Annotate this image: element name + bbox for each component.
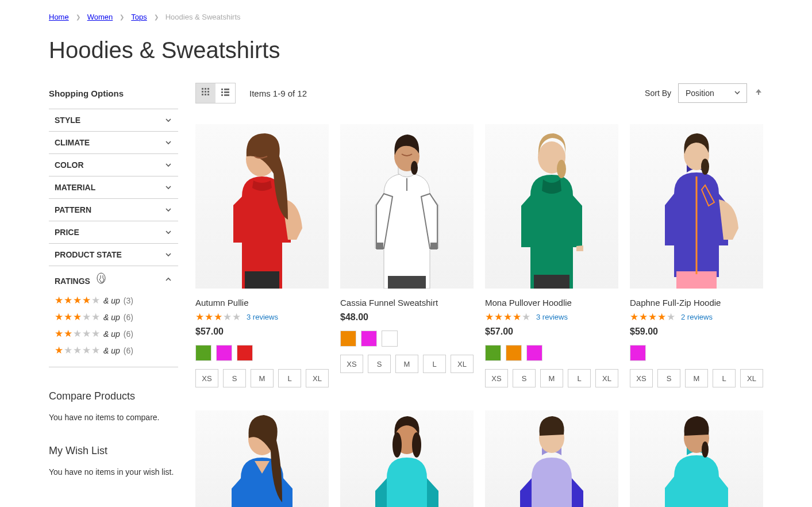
product-name-link[interactable]: Mona Pullover Hoodlie — [485, 298, 572, 308]
size-swatch[interactable]: L — [278, 369, 301, 387]
product-card — [340, 410, 474, 507]
product-price: $57.00 — [195, 327, 329, 337]
reviews-link[interactable]: 2 reviews — [681, 313, 713, 321]
svg-rect-20 — [388, 276, 426, 289]
breadcrumb-tops[interactable]: Tops — [131, 13, 147, 21]
filter-material[interactable]: MATERIAL — [49, 176, 178, 198]
size-swatch[interactable]: S — [368, 355, 391, 373]
size-swatch[interactable]: XS — [630, 369, 653, 387]
reviews-link[interactable]: 3 reviews — [536, 313, 568, 321]
size-swatch[interactable]: XS — [340, 355, 363, 373]
svg-rect-5 — [205, 91, 206, 93]
product-name-link[interactable]: Daphne Full-Zip Hoodie — [630, 298, 721, 308]
product-card: Daphne Full-Zip Hoodie ★★★★★ 2 reviews $… — [630, 124, 763, 387]
size-swatch[interactable]: M — [251, 369, 274, 387]
size-swatch[interactable]: XL — [740, 369, 763, 387]
size-swatch[interactable]: XS — [195, 369, 218, 387]
breadcrumb-home[interactable]: Home — [49, 13, 69, 21]
size-swatch[interactable]: S — [513, 369, 536, 387]
product-image-link[interactable] — [630, 410, 763, 507]
size-swatch[interactable]: M — [395, 355, 418, 373]
svg-rect-21 — [376, 243, 383, 249]
color-swatch[interactable] — [526, 345, 542, 361]
product-image-link[interactable] — [485, 410, 618, 507]
size-swatch[interactable]: L — [568, 369, 591, 387]
view-list-button[interactable] — [215, 83, 235, 103]
chevron-right-icon: ❯ — [76, 14, 80, 20]
svg-rect-10 — [221, 89, 223, 90]
reviews-link[interactable]: 3 reviews — [247, 313, 278, 321]
product-price: $57.00 — [485, 327, 618, 337]
product-image-link[interactable] — [195, 124, 329, 289]
svg-rect-4 — [202, 91, 203, 93]
rating-filter-4[interactable]: ★★★★★ & up (3) — [55, 292, 172, 309]
filter-pattern[interactable]: PATTERN — [49, 199, 178, 221]
size-swatch[interactable]: XS — [485, 369, 508, 387]
svg-rect-14 — [221, 94, 223, 96]
chevron-down-icon — [164, 206, 172, 214]
product-card: Mona Pullover Hoodlie ★★★★★ 3 reviews $5… — [485, 124, 618, 387]
product-image-link[interactable] — [485, 124, 618, 289]
stars-icon: ★★★★★ — [55, 329, 100, 339]
rating-filter-3[interactable]: ★★★★★ & up (6) — [55, 309, 172, 325]
color-swatch[interactable] — [237, 345, 253, 361]
chevron-right-icon: ❯ — [120, 14, 124, 20]
size-swatch[interactable]: L — [713, 369, 736, 387]
size-swatch[interactable]: M — [685, 369, 708, 387]
filter-ratings[interactable]: RATINGS — [49, 266, 178, 292]
size-swatch[interactable]: XL — [306, 369, 329, 387]
color-swatch[interactable] — [485, 345, 501, 361]
color-swatch[interactable] — [506, 345, 522, 361]
filter-climate[interactable]: CLIMATE — [49, 132, 178, 153]
size-swatch[interactable]: XL — [595, 369, 618, 387]
size-swatches: XS S M L XL — [630, 369, 763, 387]
product-price: $48.00 — [340, 312, 474, 322]
size-swatches: XS S M L XL — [485, 369, 618, 387]
size-swatch[interactable]: S — [657, 369, 680, 387]
svg-rect-13 — [224, 91, 229, 93]
compare-title: Compare Products — [49, 390, 178, 402]
view-grid-button[interactable] — [196, 83, 215, 103]
filter-color[interactable]: COLOR — [49, 154, 178, 176]
sort-direction-button[interactable] — [754, 87, 763, 99]
color-swatch[interactable] — [630, 345, 646, 361]
product-image-link[interactable] — [340, 410, 474, 507]
wishlist-empty: You have no items in your wish list. — [49, 467, 178, 477]
size-swatch[interactable]: XL — [451, 355, 474, 373]
svg-rect-7 — [202, 94, 203, 95]
size-swatch[interactable]: L — [423, 355, 446, 373]
color-swatch[interactable] — [382, 331, 398, 347]
svg-rect-2 — [205, 88, 206, 90]
svg-point-36 — [412, 432, 421, 458]
product-name-link[interactable]: Autumn Pullie — [195, 298, 249, 308]
sort-by-value: Position — [686, 89, 714, 98]
product-image-link[interactable] — [195, 410, 329, 507]
rating-filter-2[interactable]: ★★★★★ & up (6) — [55, 325, 172, 342]
stars-icon: ★★★★★ — [55, 345, 100, 355]
stars-icon: ★★★★★ — [195, 312, 241, 322]
wishlist-title: My Wish List — [49, 445, 178, 457]
breadcrumb-women[interactable]: Women — [87, 13, 113, 21]
filter-product-state[interactable]: PRODUCT STATE — [49, 244, 178, 266]
filter-style[interactable]: STYLE — [49, 109, 178, 131]
color-swatch[interactable] — [216, 345, 232, 361]
product-image-link[interactable] — [340, 124, 474, 289]
filter-product-state-label: PRODUCT STATE — [55, 250, 122, 259]
chevron-down-icon — [164, 116, 172, 124]
color-swatch[interactable] — [361, 331, 377, 347]
svg-rect-3 — [207, 88, 209, 90]
rating-filter-1[interactable]: ★★★★★ & up (6) — [55, 342, 172, 359]
filter-climate-label: CLIMATE — [55, 138, 90, 147]
breadcrumb-current: Hoodies & Sweatshirts — [166, 13, 241, 21]
product-name-link[interactable]: Cassia Funnel Sweatshirt — [340, 298, 438, 308]
product-image — [202, 128, 322, 289]
sort-by-select[interactable]: Position — [678, 83, 747, 103]
product-image-link[interactable] — [630, 124, 763, 289]
svg-rect-9 — [207, 94, 209, 95]
color-swatch[interactable] — [195, 345, 211, 361]
filter-price[interactable]: PRICE — [49, 221, 178, 243]
color-swatch[interactable] — [340, 331, 356, 347]
ratings-filter-options: ★★★★★ & up (3) ★★★★★ & up (6) ★★★★★ & up… — [49, 292, 178, 367]
size-swatch[interactable]: S — [223, 369, 246, 387]
size-swatch[interactable]: M — [540, 369, 563, 387]
